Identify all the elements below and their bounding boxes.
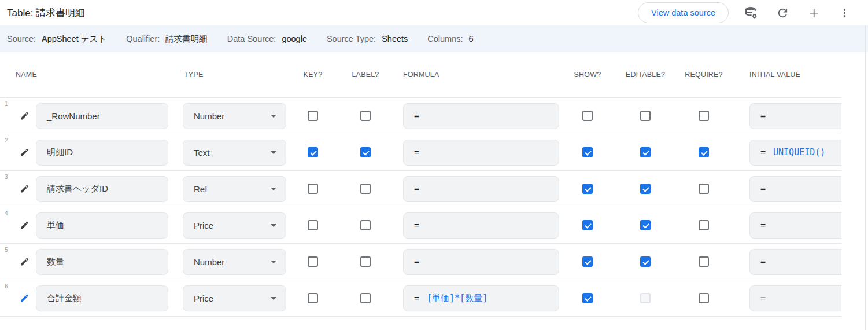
name-input[interactable]: 数量: [36, 249, 168, 275]
name-input[interactable]: 請求書ヘッダID: [36, 176, 168, 202]
show-checkbox[interactable]: [582, 293, 593, 303]
equals-sign: =: [414, 147, 419, 157]
info-label: Columns:: [427, 34, 463, 43]
type-dropdown[interactable]: Price: [183, 285, 286, 311]
require-checkbox[interactable]: [699, 220, 709, 230]
key-checkbox[interactable]: [308, 184, 318, 194]
database-settings-button[interactable]: [741, 3, 761, 23]
key-checkbox[interactable]: [308, 293, 318, 303]
label-checkbox[interactable]: [360, 293, 371, 303]
key-checkbox[interactable]: [308, 147, 318, 157]
initial-value-input[interactable]: =: [749, 249, 841, 275]
caret-down-icon: [271, 115, 276, 118]
editable-checkbox[interactable]: [640, 220, 651, 230]
edit-column-pencil-icon[interactable]: [20, 148, 29, 157]
type-dropdown[interactable]: Ref: [183, 176, 286, 202]
require-checkbox[interactable]: [699, 111, 709, 121]
key-checkbox[interactable]: [308, 256, 318, 267]
caret-down-icon: [271, 188, 276, 190]
equals-sign: =: [414, 256, 419, 267]
editable-checkbox[interactable]: [640, 111, 651, 121]
more-vertical-icon: [839, 7, 851, 19]
add-column-button[interactable]: [804, 3, 823, 23]
header-type: TYPE: [183, 71, 286, 79]
row-number: 2: [5, 137, 8, 144]
equals-sign: =: [414, 220, 419, 230]
table-row: 2 明細ID Text = =UNIQUEID(): [0, 134, 841, 171]
formula-input[interactable]: =[単価]*[数量]: [403, 285, 559, 311]
caret-down-icon: [271, 224, 276, 227]
initial-value-input[interactable]: =: [749, 176, 841, 202]
header-key: KEY?: [286, 71, 339, 79]
equals-sign: =: [414, 184, 419, 194]
info-value: AppSheet テスト: [42, 34, 106, 45]
table-row: 5 数量 Number = =: [0, 244, 841, 280]
formula-input[interactable]: =: [403, 140, 559, 166]
initial-value-input[interactable]: =: [749, 103, 841, 129]
editable-checkbox[interactable]: [640, 256, 651, 267]
info-value: 請求書明細: [165, 34, 208, 45]
refresh-button[interactable]: [774, 4, 792, 22]
scroll-edge-divider: [865, 25, 866, 330]
name-input[interactable]: 明細ID: [36, 140, 168, 166]
name-input[interactable]: 合計金額: [36, 285, 168, 311]
show-checkbox[interactable]: [582, 147, 593, 157]
show-checkbox[interactable]: [582, 220, 593, 230]
info-value: 6: [469, 34, 474, 43]
key-checkbox[interactable]: [308, 220, 318, 230]
row-number: 1: [5, 101, 8, 107]
header-editable: EDITABLE?: [616, 71, 675, 79]
name-input[interactable]: 単価: [36, 212, 168, 239]
type-value: Price: [194, 221, 213, 230]
top-bar: Table: 請求書明細 View data source: [0, 0, 868, 25]
header-require: REQUIRE?: [675, 71, 733, 79]
header-formula: FORMULA: [403, 71, 559, 79]
edit-column-pencil-icon[interactable]: [20, 294, 29, 303]
require-checkbox[interactable]: [699, 293, 709, 303]
refresh-icon: [776, 6, 789, 20]
edit-column-pencil-icon[interactable]: [20, 184, 29, 194]
name-input[interactable]: _RowNumber: [36, 103, 168, 129]
editable-checkbox[interactable]: [640, 293, 651, 303]
view-data-source-button[interactable]: View data source: [638, 2, 729, 23]
header-label: LABEL?: [339, 71, 391, 79]
require-checkbox[interactable]: [699, 256, 709, 267]
label-checkbox[interactable]: [360, 256, 371, 267]
type-dropdown[interactable]: Number: [183, 103, 286, 129]
edit-column-pencil-icon[interactable]: [20, 221, 29, 230]
label-checkbox[interactable]: [360, 220, 371, 230]
type-value: Ref: [194, 184, 207, 194]
editable-checkbox[interactable]: [640, 184, 651, 194]
info-value: Sheets: [382, 34, 408, 43]
formula-input[interactable]: =: [403, 176, 559, 202]
edit-column-pencil-icon[interactable]: [20, 111, 29, 121]
page-title: Table: 請求書明細: [7, 6, 85, 20]
type-dropdown[interactable]: Price: [183, 212, 286, 239]
initial-value-input[interactable]: =: [749, 212, 841, 239]
formula-input[interactable]: =: [403, 103, 559, 129]
require-checkbox[interactable]: [699, 184, 709, 194]
type-dropdown[interactable]: Number: [183, 249, 286, 275]
editable-checkbox[interactable]: [640, 147, 651, 157]
equals-sign: =: [760, 220, 766, 230]
initial-value-input[interactable]: =: [749, 285, 841, 311]
initial-value-input[interactable]: =UNIQUEID(): [749, 140, 841, 166]
row-number: 4: [5, 210, 8, 217]
show-checkbox[interactable]: [582, 256, 593, 267]
label-checkbox[interactable]: [360, 184, 371, 194]
formula-input[interactable]: =: [403, 212, 559, 239]
table-row: 4 単価 Price = =: [0, 207, 841, 244]
more-options-button[interactable]: [836, 5, 853, 21]
type-dropdown[interactable]: Text: [183, 140, 286, 166]
formula-expression: [単価]*[数量]: [427, 293, 487, 304]
show-checkbox[interactable]: [582, 111, 593, 121]
formula-input[interactable]: =: [403, 249, 559, 275]
edit-column-pencil-icon[interactable]: [20, 257, 29, 267]
require-checkbox[interactable]: [699, 147, 709, 157]
label-checkbox[interactable]: [360, 111, 371, 121]
info-label: Data Source:: [227, 34, 276, 43]
header-initial-value: INITIAL VALUE: [749, 71, 841, 79]
label-checkbox[interactable]: [360, 147, 371, 157]
show-checkbox[interactable]: [582, 184, 593, 194]
key-checkbox[interactable]: [308, 111, 318, 121]
